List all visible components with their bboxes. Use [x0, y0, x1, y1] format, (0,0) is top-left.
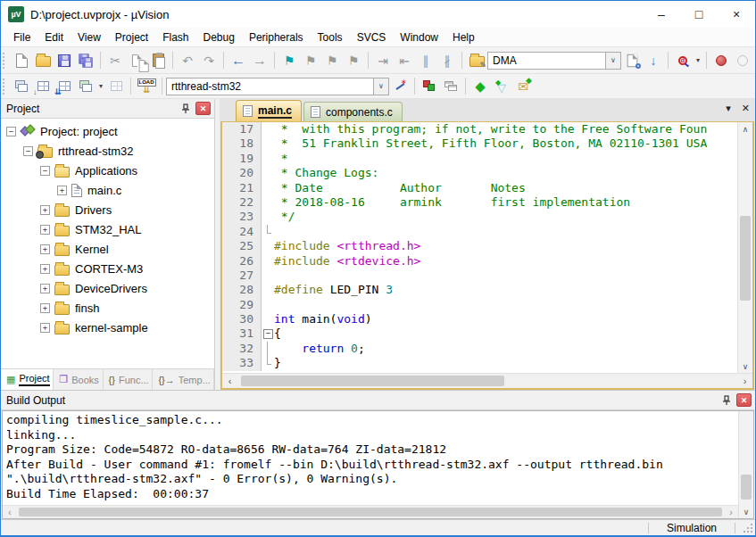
tree-expander[interactable]: + [40, 244, 50, 254]
fold-marker[interactable] [262, 225, 274, 239]
tree-expander[interactable]: + [40, 205, 50, 215]
build-horizontal-scrollbar[interactable]: ‹ › [3, 505, 738, 518]
target-options-button[interactable] [389, 77, 411, 96]
build-output-close-button[interactable]: ✕ [736, 393, 752, 407]
search-input[interactable]: DMA [488, 54, 605, 67]
scroll-up-arrow[interactable]: ∧ [738, 122, 752, 136]
code-line[interactable]: 31 { [222, 326, 737, 341]
pin-button[interactable] [179, 102, 193, 116]
target-select-value[interactable]: rtthread-stm32 [167, 80, 373, 93]
minimize-button[interactable]: – [643, 1, 680, 28]
pin-button[interactable] [719, 393, 734, 408]
previous-bookmark-button[interactable]: ⚑ [300, 51, 321, 70]
menu-item-view[interactable]: View [71, 29, 108, 45]
open-file-button[interactable] [32, 51, 54, 70]
menu-item-debug[interactable]: Debug [196, 29, 242, 45]
menu-item-flash[interactable]: Flash [155, 29, 195, 45]
code-line[interactable]: 26 #include <rtdevice.h> [222, 254, 737, 268]
tree-item-finsh[interactable]: + finsh [1, 298, 214, 318]
fold-marker[interactable] [262, 254, 274, 268]
tree-item-kernel-sample[interactable]: + kernel-sample [1, 318, 214, 337]
copy-button[interactable] [126, 51, 147, 70]
manage-run-time-environment-button[interactable]: ◆ [469, 77, 491, 96]
tree-item-rtthread-stm32[interactable]: − rtthread-stm32 [1, 141, 214, 161]
manage-project-items-button[interactable] [419, 77, 440, 96]
vertical-scroll-thumb[interactable] [741, 475, 752, 500]
new-file-button[interactable] [11, 51, 32, 70]
save-button[interactable] [54, 51, 75, 70]
scroll-right-arrow[interactable]: › [724, 508, 738, 517]
find-in-files-button[interactable]: ✎ [466, 51, 487, 70]
menu-item-tools[interactable]: Tools [311, 29, 350, 45]
tab-list-dropdown-button[interactable]: ▾ [726, 103, 731, 114]
rebuild-all-button[interactable]: ⇊ [54, 77, 75, 96]
incremental-find-button[interactable]: ↓ [643, 51, 664, 70]
fold-marker[interactable] [262, 312, 274, 326]
fold-marker[interactable] [262, 136, 274, 151]
tree-expander[interactable]: + [40, 225, 50, 235]
menu-item-project[interactable]: Project [108, 29, 155, 45]
redo-button[interactable]: ↷ [198, 51, 220, 70]
select-software-packs-button[interactable]: ▽◆ [491, 77, 512, 96]
code-line[interactable]: 28 #define LED_PIN 3 [222, 283, 737, 297]
tree-item-cortex-m3[interactable]: + CORTEX-M3 [1, 259, 214, 278]
code-line[interactable]: 17 * with this program; if not, write to… [222, 122, 737, 136]
close-document-button[interactable]: ✕ [742, 103, 750, 114]
scroll-down-arrow[interactable]: ∨ [738, 359, 752, 373]
code-line[interactable]: 19 * [222, 152, 737, 166]
code-line[interactable]: 33 } [222, 356, 737, 370]
navigate-back-button[interactable]: ← [228, 51, 249, 70]
menu-item-svcs[interactable]: SVCS [350, 29, 394, 45]
scroll-left-arrow[interactable]: ‹ [222, 374, 237, 388]
stop-build-button[interactable] [105, 77, 127, 96]
tree-expander[interactable]: + [40, 303, 50, 313]
tree-expander[interactable]: − [40, 166, 50, 176]
panel-tab-books[interactable]: ❒ Books [54, 369, 103, 390]
batch-build-caret[interactable]: ▾ [96, 82, 105, 90]
fold-marker[interactable] [262, 181, 274, 195]
cut-button[interactable]: ✂ [104, 51, 126, 70]
code-line[interactable]: 24 [222, 225, 737, 239]
toolbar-drag-handle[interactable] [3, 78, 8, 95]
batch-build-button[interactable] [75, 77, 96, 96]
find-in-files-results-button[interactable] [621, 51, 643, 70]
menu-item-peripherals[interactable]: Peripherals [242, 29, 311, 45]
fold-marker[interactable] [262, 210, 274, 224]
menu-item-help[interactable]: Help [445, 29, 482, 45]
menu-item-edit[interactable]: Edit [37, 29, 71, 45]
horizontal-scroll-thumb[interactable] [241, 376, 504, 386]
maximize-button[interactable]: □ [680, 1, 718, 28]
search-dropdown-button[interactable]: ∨ [605, 53, 620, 69]
fold-marker[interactable] [262, 268, 274, 283]
tree-item-stm32-hal[interactable]: + STM32_HAL [1, 219, 214, 239]
editor-tab-main-c[interactable]: main.c [236, 100, 302, 121]
menu-item-file[interactable]: File [6, 29, 37, 45]
save-all-button[interactable] [75, 51, 96, 70]
tree-expander[interactable]: + [57, 186, 67, 195]
code-line[interactable]: 23 */ [222, 210, 737, 224]
tree-expander[interactable]: + [40, 323, 50, 333]
indent-button[interactable]: ⇥ [372, 51, 394, 70]
fold-marker[interactable] [262, 122, 274, 136]
code-line[interactable]: 25 #include <rtthread.h> [222, 239, 737, 253]
close-button[interactable]: × [718, 1, 755, 28]
toolbar-drag-handle[interactable] [3, 53, 8, 69]
fold-marker[interactable] [262, 356, 274, 370]
fold-marker[interactable] [262, 239, 274, 253]
tree-item-main-c[interactable]: + main.c [1, 180, 214, 200]
tree-item-devicedrivers[interactable]: + DeviceDrivers [1, 278, 214, 298]
pack-installer-button[interactable]: ✉◆ [512, 77, 534, 96]
build-output-log[interactable]: compiling timeslice_sample.c...linking..… [6, 413, 735, 505]
code-line[interactable]: 20 * Change Logs: [222, 166, 737, 180]
tree-expander[interactable]: − [6, 127, 16, 136]
project-panel-close-button[interactable]: ✕ [195, 102, 211, 115]
tree-expander[interactable]: + [40, 284, 50, 293]
code-line[interactable]: 22 * 2018-08-16 armink first implementat… [222, 195, 737, 210]
next-bookmark-button[interactable]: ⚑ [321, 51, 343, 70]
fold-marker[interactable] [262, 195, 274, 210]
editor-horizontal-scrollbar[interactable]: ‹ › [222, 373, 752, 388]
toggle-bookmark-button[interactable]: ⚑ [278, 51, 300, 70]
code-editor[interactable]: 17 * with this program; if not, write to… [222, 122, 737, 373]
tree-item-project-project[interactable]: − Project: project [1, 121, 214, 141]
code-line[interactable]: 18 * 51 Franklin Street, Fifth Floor, Bo… [222, 136, 737, 151]
